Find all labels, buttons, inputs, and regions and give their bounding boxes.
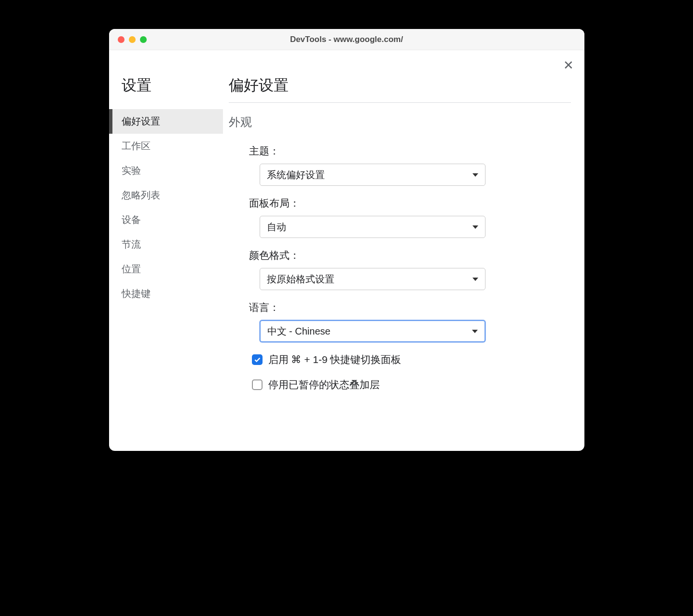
theme-field: 主题： 系统偏好设置 bbox=[249, 144, 571, 186]
sidebar-item-label: 设备 bbox=[122, 214, 141, 225]
chevron-down-icon bbox=[472, 330, 478, 333]
window-titlebar: DevTools - www.google.com/ bbox=[109, 29, 584, 50]
sidebar-item-locations[interactable]: 位置 bbox=[109, 257, 223, 281]
color-format-label: 颜色格式： bbox=[249, 249, 571, 262]
chevron-down-icon bbox=[472, 278, 478, 281]
theme-select-value: 系统偏好设置 bbox=[267, 168, 325, 182]
theme-select[interactable]: 系统偏好设置 bbox=[260, 164, 485, 186]
sidebar-item-workspace[interactable]: 工作区 bbox=[109, 134, 223, 158]
settings-main: 偏好设置 外观 主题： 系统偏好设置 面板布局： 自动 bbox=[223, 50, 584, 446]
language-field: 语言： 中文 - Chinese bbox=[249, 301, 571, 342]
sidebar-item-devices[interactable]: 设备 bbox=[109, 208, 223, 232]
panel-layout-select-value: 自动 bbox=[267, 221, 286, 234]
sidebar-item-ignore-list[interactable]: 忽略列表 bbox=[109, 183, 223, 208]
sidebar-item-label: 位置 bbox=[122, 264, 141, 274]
settings-sidebar: 设置 偏好设置 工作区 实验 忽略列表 设备 节流 位置 快捷 bbox=[109, 50, 223, 446]
enable-shortcuts-label: 启用 ⌘ + 1-9 快捷键切换面板 bbox=[268, 353, 402, 366]
chevron-down-icon bbox=[472, 225, 478, 229]
sidebar-item-label: 偏好设置 bbox=[122, 116, 160, 126]
sidebar-item-label: 工作区 bbox=[122, 140, 151, 151]
maximize-window-button[interactable] bbox=[140, 36, 147, 43]
close-window-button[interactable] bbox=[118, 36, 125, 43]
chevron-down-icon bbox=[472, 173, 478, 177]
close-icon[interactable]: ✕ bbox=[563, 59, 574, 71]
enable-shortcuts-checkbox[interactable] bbox=[252, 354, 263, 365]
sidebar-item-throttling[interactable]: 节流 bbox=[109, 232, 223, 257]
page-heading: 偏好设置 bbox=[229, 75, 571, 96]
panel-layout-field: 面板布局： 自动 bbox=[249, 196, 571, 238]
window-title: DevTools - www.google.com/ bbox=[109, 35, 584, 44]
sidebar-item-label: 快捷键 bbox=[122, 288, 151, 299]
devtools-settings-window: DevTools - www.google.com/ ✕ 设置 偏好设置 工作区… bbox=[109, 29, 584, 451]
sidebar-item-preferences[interactable]: 偏好设置 bbox=[109, 109, 223, 134]
panel-layout-select[interactable]: 自动 bbox=[260, 216, 485, 238]
theme-label: 主题： bbox=[249, 144, 571, 158]
color-format-field: 颜色格式： 按原始格式设置 bbox=[249, 249, 571, 290]
minimize-window-button[interactable] bbox=[129, 36, 136, 43]
language-label: 语言： bbox=[249, 301, 571, 314]
disable-overlay-checkbox-row[interactable]: 停用已暂停的状态叠加层 bbox=[252, 378, 571, 392]
language-select[interactable]: 中文 - Chinese bbox=[260, 320, 485, 342]
sidebar-item-label: 忽略列表 bbox=[122, 190, 160, 200]
disable-overlay-label: 停用已暂停的状态叠加层 bbox=[268, 378, 380, 392]
language-select-value: 中文 - Chinese bbox=[267, 325, 331, 338]
traffic-lights bbox=[118, 36, 147, 43]
color-format-select[interactable]: 按原始格式设置 bbox=[260, 268, 485, 290]
enable-shortcuts-checkbox-row[interactable]: 启用 ⌘ + 1-9 快捷键切换面板 bbox=[252, 353, 571, 366]
divider bbox=[229, 102, 571, 103]
settings-content: ✕ 设置 偏好设置 工作区 实验 忽略列表 设备 节流 位置 bbox=[109, 50, 584, 446]
sidebar-title: 设置 bbox=[109, 75, 223, 96]
sidebar-item-label: 实验 bbox=[122, 165, 141, 176]
sidebar-item-label: 节流 bbox=[122, 239, 141, 250]
checkmark-icon bbox=[253, 356, 261, 364]
sidebar-item-experiments[interactable]: 实验 bbox=[109, 158, 223, 183]
color-format-select-value: 按原始格式设置 bbox=[267, 273, 334, 286]
sidebar-item-shortcuts[interactable]: 快捷键 bbox=[109, 281, 223, 306]
appearance-section-title: 外观 bbox=[229, 114, 571, 130]
disable-overlay-checkbox[interactable] bbox=[252, 379, 263, 390]
panel-layout-label: 面板布局： bbox=[249, 196, 571, 210]
